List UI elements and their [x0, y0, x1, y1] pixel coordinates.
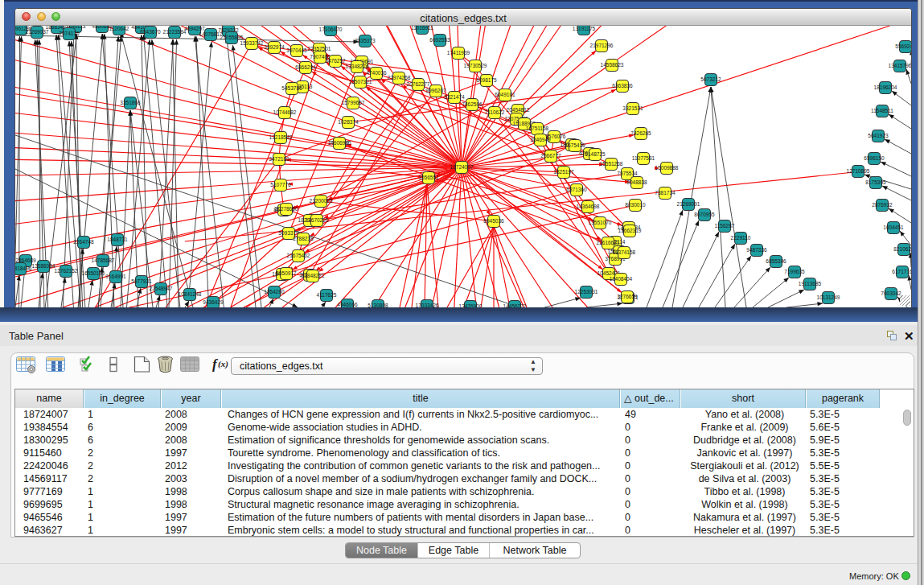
svg-text:6855396: 6855396 — [766, 258, 786, 264]
svg-text:13551070: 13551070 — [589, 220, 612, 225]
svg-text:6871360: 6871360 — [566, 187, 587, 192]
svg-text:1954280: 1954280 — [264, 289, 285, 295]
svg-text:16751158: 16751158 — [526, 126, 549, 131]
svg-text:8210624: 8210624 — [893, 246, 911, 252]
svg-text:6171716: 6171716 — [892, 269, 911, 274]
svg-text:2566777: 2566777 — [540, 153, 561, 159]
svg-text:18724007: 18724007 — [450, 164, 474, 170]
svg-text:14785687: 14785687 — [92, 257, 115, 263]
svg-text:8670955: 8670955 — [694, 212, 715, 217]
svg-text:4740036: 4740036 — [366, 70, 387, 76]
svg-text:13218542: 13218542 — [269, 134, 293, 140]
svg-text:2788238: 2788238 — [293, 236, 314, 241]
svg-text:15009888: 15009888 — [655, 165, 679, 171]
svg-text:8048838: 8048838 — [626, 179, 647, 185]
svg-text:6363836: 6363836 — [612, 83, 633, 89]
svg-text:11374158: 11374158 — [613, 249, 636, 255]
svg-text:3846949: 3846949 — [530, 137, 551, 142]
svg-text:11408404: 11408404 — [610, 276, 633, 282]
svg-text:2264748: 2264748 — [73, 239, 94, 245]
svg-text:12253031: 12253031 — [575, 289, 598, 295]
svg-text:7426265: 7426265 — [630, 130, 651, 136]
svg-text:9487336: 9487336 — [746, 247, 767, 253]
svg-text:3351868: 3351868 — [120, 100, 141, 105]
svg-text:9996207: 9996207 — [425, 88, 446, 93]
svg-text:19113685: 19113685 — [799, 281, 822, 286]
svg-text:4594297: 4594297 — [184, 26, 205, 31]
svg-text:11016911: 11016911 — [411, 26, 433, 31]
svg-text:3472189: 3472189 — [269, 156, 290, 162]
svg-text:21675462: 21675462 — [287, 253, 310, 258]
svg-text:5641923: 5641923 — [868, 133, 889, 138]
svg-text:12762152: 12762152 — [55, 268, 78, 274]
svg-text:12670226: 12670226 — [306, 217, 329, 223]
svg-text:11548511: 11548511 — [871, 108, 893, 113]
svg-text:12710895: 12710895 — [847, 168, 870, 174]
svg-text:7975534: 7975534 — [617, 171, 638, 176]
svg-text:22848221: 22848221 — [302, 273, 325, 278]
svg-text:5453786: 5453786 — [281, 85, 302, 91]
svg-text:(x): (x) — [218, 359, 228, 369]
svg-text:6596150: 6596150 — [864, 155, 885, 161]
svg-text:10744682: 10744682 — [273, 109, 297, 115]
svg-text:1028374: 1028374 — [338, 119, 359, 125]
svg-text:20278600: 20278600 — [275, 206, 298, 212]
svg-text:6098175: 6098175 — [476, 77, 497, 83]
svg-text:15799667: 15799667 — [342, 100, 365, 105]
svg-text:14606980: 14606980 — [328, 140, 351, 146]
svg-text:9436429: 9436429 — [203, 299, 224, 305]
svg-text:22616631: 22616631 — [597, 240, 620, 245]
svg-text:21269091: 21269091 — [677, 201, 700, 207]
svg-text:13415796: 13415796 — [889, 63, 911, 68]
svg-text:5569244: 5569244 — [895, 43, 911, 49]
svg-text:21200095: 21200095 — [310, 198, 333, 204]
svg-text:15933742: 15933742 — [240, 40, 264, 46]
svg-text:8175395: 8175395 — [865, 179, 886, 185]
svg-text:10841248: 10841248 — [179, 291, 202, 297]
svg-text:8945036: 8945036 — [483, 218, 504, 224]
svg-text:8030010: 8030010 — [625, 202, 646, 208]
svg-text:10131249: 10131249 — [817, 295, 840, 300]
svg-text:15507321: 15507321 — [349, 79, 372, 84]
svg-text:13348276: 13348276 — [346, 64, 369, 69]
svg-text:1156287: 1156287 — [715, 223, 735, 229]
svg-text:21269037: 21269037 — [26, 29, 49, 35]
svg-text:8835373: 8835373 — [355, 38, 376, 43]
svg-text:7199635: 7199635 — [784, 269, 805, 274]
svg-text:1675419: 1675419 — [565, 142, 585, 148]
svg-text:16818496: 16818496 — [15, 266, 32, 271]
svg-text:16550190: 16550190 — [82, 270, 105, 276]
svg-text:6049101: 6049101 — [495, 92, 515, 97]
svg-text:5977931: 5977931 — [131, 278, 152, 284]
svg-text:1848731: 1848731 — [107, 237, 128, 242]
svg-text:21223584: 21223584 — [163, 29, 187, 35]
svg-text:13586084: 13586084 — [32, 263, 55, 269]
svg-text:15551268: 15551268 — [600, 161, 623, 167]
svg-text:3592974: 3592974 — [264, 44, 285, 50]
svg-text:2876932: 2876932 — [872, 202, 893, 208]
svg-text:6866294: 6866294 — [295, 64, 316, 70]
svg-text:5107776: 5107776 — [270, 182, 291, 187]
svg-text:1604451: 1604451 — [883, 225, 904, 230]
svg-text:1120642: 1120642 — [109, 26, 129, 31]
svg-text:3556551: 3556551 — [418, 175, 439, 180]
svg-text:8550917: 8550917 — [276, 270, 297, 276]
svg-text:5093379: 5093379 — [278, 230, 299, 236]
svg-text:5673212: 5673212 — [700, 76, 721, 82]
svg-text:22548947: 22548947 — [150, 286, 173, 291]
svg-text:3970445: 3970445 — [286, 47, 307, 53]
svg-text:21971296: 21971296 — [590, 43, 614, 48]
svg-text:14364698: 14364698 — [577, 204, 600, 209]
svg-text:7462506: 7462506 — [462, 101, 483, 107]
svg-text:13191175: 13191175 — [573, 26, 596, 31]
svg-text:1325197: 1325197 — [553, 169, 574, 175]
svg-text:7381734: 7381734 — [655, 190, 676, 196]
svg-text:5476257: 5476257 — [325, 58, 346, 64]
svg-text:15662319: 15662319 — [618, 228, 642, 233]
svg-text:20762277: 20762277 — [407, 81, 430, 87]
svg-text:8321474: 8321474 — [444, 94, 465, 100]
svg-text:19730529: 19730529 — [464, 63, 487, 68]
svg-text:3276659: 3276659 — [617, 294, 638, 299]
svg-text:11077581: 11077581 — [632, 155, 655, 161]
svg-text:20454812: 20454812 — [507, 107, 530, 113]
